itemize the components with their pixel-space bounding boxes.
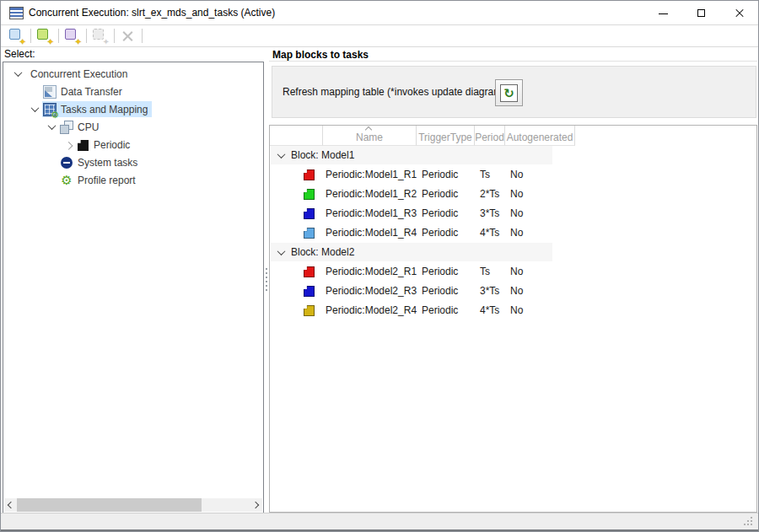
toolbar: ✦✦✦✦ <box>1 25 758 47</box>
cell-name: Periodic:Model1_R3 <box>326 204 417 223</box>
cell-period: 3*Ts <box>480 282 499 301</box>
close-button[interactable] <box>720 1 758 25</box>
table-row-periodic-model1-r1[interactable]: Periodic:Model1_R1PeriodicTsNo <box>270 165 756 185</box>
system-tasks-icon <box>61 157 73 169</box>
column-header-icon[interactable] <box>270 126 323 146</box>
data-transfer-icon <box>43 85 57 99</box>
status-bar <box>1 513 758 531</box>
maximize-button[interactable] <box>682 1 720 25</box>
table-row-periodic-model2-r4[interactable]: Periodic:Model2_R4Periodic4*TsNo <box>270 301 756 320</box>
group-label: Block: Model2 <box>291 243 354 262</box>
toolbar-separator <box>86 29 87 43</box>
refresh-label: Refresh mapping table (*invokes update d… <box>283 86 505 98</box>
column-header-name[interactable]: Name <box>323 126 417 146</box>
resize-grip-icon[interactable] <box>743 517 752 526</box>
cell-trigger-type: Periodic <box>422 282 458 301</box>
cell-period: 4*Ts <box>480 223 499 243</box>
cell-trigger-type: Periodic <box>422 204 458 223</box>
panel-splitter[interactable] <box>266 268 267 291</box>
toolbar-separator <box>142 29 143 43</box>
cell-autogenerated: No <box>510 204 523 223</box>
group-row-block-model1[interactable]: Block: Model1 <box>270 146 756 165</box>
toolbar-separator <box>30 29 31 43</box>
tree-item-periodic[interactable]: Periodic <box>3 136 263 153</box>
task-color-icon <box>304 228 315 239</box>
tree-item-tasks-and-mapping[interactable]: ⚙Tasks and Mapping <box>3 100 263 118</box>
task-color-icon <box>304 305 315 316</box>
maximize-icon <box>697 9 705 17</box>
tree-item-label: Tasks and Mapping <box>61 104 148 116</box>
cell-name: Periodic:Model2_R1 <box>326 262 417 282</box>
task-color-icon <box>304 189 315 200</box>
minimize-icon <box>659 13 668 14</box>
tree-item-system-tasks[interactable]: System tasks <box>3 153 263 171</box>
table-row-periodic-model1-r2[interactable]: Periodic:Model1_R2Periodic2*TsNo <box>270 185 756 204</box>
cell-autogenerated: No <box>510 301 523 320</box>
concurrent-execution-window: Concurrent Execution: slrt_ex_mds_and_ta… <box>0 0 759 532</box>
column-header-autogenerated[interactable]: Autogenerated <box>505 126 575 146</box>
table-row-periodic-model2-r3[interactable]: Periodic:Model2_R3Periodic3*TsNo <box>270 282 756 301</box>
task-color-icon <box>304 266 315 277</box>
profile-report-icon: ⚙ <box>60 174 73 187</box>
table-row-periodic-model2-r1[interactable]: Periodic:Model2_R1PeriodicTsNo <box>270 262 756 282</box>
scrollbar-thumb[interactable] <box>17 498 202 512</box>
column-header-label: Autogenerated <box>507 132 573 143</box>
minimize-button[interactable] <box>644 1 682 25</box>
refresh-button[interactable]: ↻ <box>495 79 523 106</box>
select-label: Select: <box>4 48 35 62</box>
panel-title: Map blocks to tasks <box>272 49 369 61</box>
new-aperiodic-trigger-button[interactable]: ✦ <box>62 27 83 46</box>
tree-item-data-transfer[interactable]: Data Transfer <box>3 83 263 100</box>
column-header-period[interactable]: Period <box>475 126 505 146</box>
tree-item-concurrent-execution[interactable]: Concurrent Execution <box>3 65 263 83</box>
tree-item-profile-report[interactable]: ⚙Profile report <box>3 171 263 189</box>
cell-autogenerated: No <box>510 165 523 185</box>
app-table-icon <box>9 7 24 19</box>
window-title: Concurrent Execution: slrt_ex_mds_and_ta… <box>29 1 275 25</box>
delete-icon <box>121 30 134 43</box>
table-row-periodic-model1-r4[interactable]: Periodic:Model1_R4Periodic4*TsNo <box>270 223 756 243</box>
cell-trigger-type: Periodic <box>422 165 458 185</box>
table-row-periodic-model1-r3[interactable]: Periodic:Model1_R3Periodic3*TsNo <box>270 204 756 223</box>
tree-item-label: System tasks <box>78 157 137 169</box>
refresh-icon: ↻ <box>503 87 514 99</box>
cell-trigger-type: Periodic <box>422 185 458 204</box>
cell-name: Periodic:Model2_R4 <box>326 301 417 320</box>
mapping-table: NameTriggerTypePeriodAutogenerated Block… <box>269 125 757 513</box>
cell-period: Ts <box>480 165 490 185</box>
scroll-left-button[interactable] <box>4 498 16 512</box>
cell-trigger-type: Periodic <box>422 301 458 320</box>
new-periodic-trigger-button[interactable]: ✦ <box>35 27 55 46</box>
column-header-triggertype[interactable]: TriggerType <box>417 126 475 146</box>
cell-autogenerated: No <box>510 282 523 301</box>
tree-item-label: Profile report <box>78 175 136 186</box>
cell-period: 3*Ts <box>480 204 499 223</box>
column-header-label: Name <box>356 132 383 143</box>
group-label: Block: Model1 <box>291 146 354 165</box>
cell-trigger-type: Periodic <box>422 262 458 282</box>
map-blocks-button: ✦ <box>90 27 110 46</box>
window-controls <box>644 1 758 25</box>
chevron-right-icon[interactable] <box>61 137 76 153</box>
cell-name: Periodic:Model1_R2 <box>326 185 417 204</box>
chevron-down-icon[interactable] <box>10 67 25 82</box>
chevron-down-icon[interactable] <box>44 120 59 135</box>
group-row-block-model2[interactable]: Block: Model2 <box>270 243 756 262</box>
column-header-label: TriggerType <box>418 132 472 143</box>
tree-item-label: Concurrent Execution <box>30 68 127 80</box>
star-badge-icon: ✦ <box>75 38 82 46</box>
chevron-down-icon[interactable] <box>273 148 288 163</box>
periodic-task-icon <box>78 140 89 151</box>
task-color-icon <box>304 169 315 180</box>
scroll-right-button[interactable] <box>250 498 262 512</box>
chevron-down-icon[interactable] <box>27 102 42 117</box>
new-task-button[interactable]: ✦ <box>7 27 27 46</box>
sort-ascending-icon <box>366 126 371 131</box>
cell-autogenerated: No <box>510 262 523 282</box>
tree-item-cpu[interactable]: CPU <box>3 118 263 136</box>
star-badge-icon: ✦ <box>103 38 110 46</box>
star-badge-icon: ✦ <box>47 38 54 46</box>
cpu-icon <box>60 121 73 134</box>
chevron-down-icon[interactable] <box>273 245 288 260</box>
task-color-icon <box>304 208 315 219</box>
